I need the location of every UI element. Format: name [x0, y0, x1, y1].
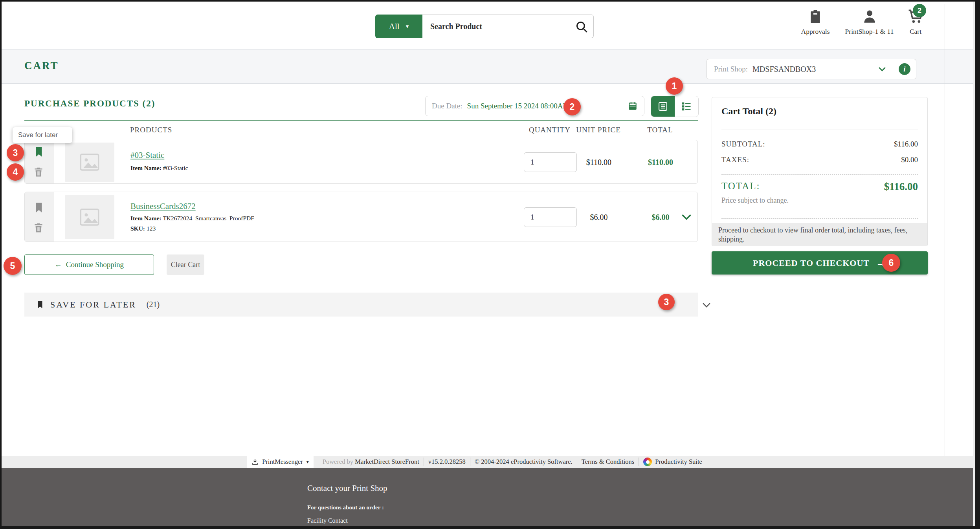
contact-line1: For questions about an order : — [307, 504, 384, 511]
item-name-line: Item Name: #03-Static — [130, 165, 188, 172]
version-label: v15.2.0.28258 — [428, 458, 466, 466]
divider — [639, 458, 639, 466]
contact-line2: Facility Contact — [307, 517, 348, 524]
calendar-icon[interactable] — [628, 101, 638, 111]
save-for-later-button[interactable] — [33, 145, 46, 158]
column-header-products: PRODUCTS — [130, 126, 172, 134]
nav-cart[interactable]: 2 Cart — [903, 8, 928, 36]
bookmark-icon — [35, 299, 45, 310]
quantity-input[interactable] — [524, 207, 577, 227]
image-placeholder-icon — [77, 150, 102, 175]
caret-down-icon: ▾ — [306, 459, 309, 465]
print-shop-select[interactable]: Print Shop: MDSFSANDBOX3 i — [707, 59, 916, 79]
sku-value: 123 — [147, 225, 156, 232]
chevron-down-icon[interactable] — [701, 300, 712, 311]
cart-item-row: #03-Static Item Name: #03-Static $110.00… — [24, 140, 698, 184]
expand-row-button[interactable] — [680, 211, 693, 223]
copyright-label: © 2004-2024 eProductivity Software. — [475, 458, 573, 466]
delete-item-button[interactable] — [33, 165, 46, 179]
sku-label: SKU: — [130, 225, 145, 232]
product-link[interactable]: #03-Static — [130, 150, 164, 160]
unit-price-value: $110.00 — [569, 158, 628, 167]
delete-item-button[interactable] — [33, 221, 46, 234]
powered-by: Powered by MarketDirect StoreFront — [323, 458, 419, 466]
continue-shopping-button[interactable]: ← Continue Shopping — [24, 254, 154, 275]
save-for-later-section[interactable]: SAVE FOR LATER (21) — [24, 293, 698, 317]
trash-icon — [33, 221, 46, 234]
item-name-label: Item Name: — [130, 165, 161, 171]
total-row: TOTAL: $116.00 — [721, 181, 918, 193]
quantity-input[interactable] — [524, 152, 577, 172]
price-change-note: Price subject to change. — [721, 196, 789, 205]
sku-line: SKU: 123 — [130, 225, 156, 232]
productivity-suite-link[interactable]: Productivity Suite — [643, 458, 702, 466]
detailed-view-toggle-button[interactable] — [651, 96, 675, 117]
divider — [577, 458, 577, 466]
save-for-later-tooltip: Save for later — [13, 127, 72, 143]
cart-icon-wrap: 2 — [907, 8, 925, 27]
row-total-value: $110.00 — [631, 158, 690, 167]
nav-account[interactable]: PrintShop-1 & 11 — [837, 8, 902, 36]
powered-by-label: Powered by — [323, 458, 353, 465]
cart-total-panel: Cart Total (2) SUBTOTAL: $116.00 TAXES: … — [712, 97, 928, 246]
product-name: MarketDirect StoreFront — [355, 458, 419, 465]
taxes-value: $0.00 — [901, 156, 918, 164]
detailed-list-icon — [657, 101, 668, 112]
due-date-field[interactable]: Due Date: Sun September 15 2024 08:00AM — [425, 96, 644, 116]
print-shop-value: MDSFSANDBOX3 — [752, 65, 877, 74]
product-thumbnail — [65, 143, 114, 182]
vertical-scrollbar[interactable] — [973, 2, 975, 526]
productivity-suite-label: Productivity Suite — [655, 458, 702, 466]
column-header-total: TOTAL — [631, 126, 690, 134]
annotation-badge-1: 1 — [666, 77, 683, 95]
unit-price-value: $6.00 — [569, 213, 628, 222]
print-shop-label: Print Shop: — [714, 65, 748, 73]
search-button[interactable] — [575, 20, 588, 33]
subtotal-row: SUBTOTAL: $116.00 — [721, 140, 918, 148]
nav-approvals[interactable]: Approvals — [794, 8, 837, 36]
divider — [424, 458, 424, 466]
nav-approvals-label: Approvals — [794, 27, 837, 36]
annotation-badge-4: 4 — [7, 163, 24, 181]
annotation-badge-5: 5 — [4, 257, 22, 275]
print-messenger-label: PrintMessenger — [262, 458, 303, 466]
annotation-badge-3: 3 — [7, 144, 24, 161]
column-header-unit-price: UNIT PRICE — [569, 126, 628, 134]
cart-count-badge: 2 — [913, 4, 926, 17]
product-link[interactable]: BusinessCards2672 — [130, 201, 196, 211]
productivity-suite-icon — [643, 458, 652, 466]
content-edge-divider — [945, 4, 945, 456]
due-date-value: Sun September 15 2024 08:00AM — [467, 102, 628, 110]
search-icon — [575, 20, 588, 33]
terms-and-conditions-link[interactable]: Terms & Conditions — [582, 458, 635, 466]
print-messenger-button[interactable]: PrintMessenger ▾ — [247, 456, 314, 468]
item-name-line: Item Name: TK2672024_Smartcanvas_ProofPD… — [130, 215, 254, 222]
item-name-value: #03-Static — [163, 165, 188, 171]
divider — [318, 458, 318, 466]
contact-footer: Contact your Print Shop For questions ab… — [2, 468, 975, 526]
search-input[interactable] — [422, 15, 594, 38]
nav-cart-label: Cart — [903, 27, 928, 36]
due-date-label: Due Date: — [432, 102, 462, 110]
contact-title: Contact your Print Shop — [307, 483, 387, 493]
item-name-label: Item Name: — [130, 215, 161, 221]
checkout-note: Proceed to checkout to view final order … — [712, 223, 927, 246]
divider — [470, 458, 470, 466]
search-category-dropdown[interactable]: All ▾ — [375, 15, 422, 38]
chevron-down-icon — [680, 211, 693, 223]
info-icon[interactable]: i — [899, 63, 910, 75]
annotation-badge-6: 6 — [882, 254, 900, 272]
clear-cart-button[interactable]: Clear Cart — [167, 254, 204, 275]
bookmark-icon — [33, 201, 46, 215]
total-label: TOTAL: — [721, 181, 760, 193]
cart-page: All ▾ Approvals PrintShop-1 & 1 — [0, 0, 980, 529]
subtotal-label: SUBTOTAL: — [721, 140, 765, 148]
item-name-value: TK2672024_Smartcanvas_ProofPDF — [163, 215, 254, 221]
simple-view-toggle-button[interactable] — [675, 96, 699, 117]
left-arrow-icon: ← — [55, 260, 62, 269]
row-action-strip — [25, 140, 54, 183]
save-for-later-button[interactable] — [33, 201, 46, 214]
search-bar: All ▾ — [375, 15, 594, 38]
dashed-divider — [721, 174, 918, 175]
divider — [721, 130, 918, 130]
